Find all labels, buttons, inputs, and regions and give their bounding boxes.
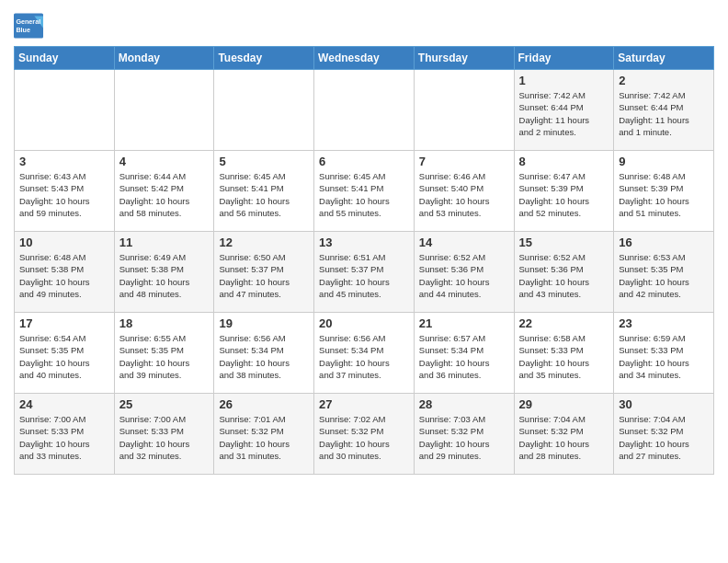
day-number: 28 — [419, 397, 509, 411]
day-number: 29 — [519, 397, 609, 411]
day-cell: 14Sunrise: 6:52 AM Sunset: 5:36 PM Dayli… — [414, 232, 514, 313]
day-number: 24 — [19, 397, 109, 411]
day-info: Sunrise: 6:49 AM Sunset: 5:38 PM Dayligh… — [119, 251, 210, 300]
day-number: 23 — [619, 316, 709, 330]
day-info: Sunrise: 6:58 AM Sunset: 5:33 PM Dayligh… — [519, 332, 609, 381]
header-row: SundayMondayTuesdayWednesdayThursdayFrid… — [15, 47, 714, 70]
day-number: 12 — [219, 236, 309, 249]
day-cell: 13Sunrise: 6:51 AM Sunset: 5:37 PM Dayli… — [314, 232, 415, 313]
day-cell: 7Sunrise: 6:46 AM Sunset: 5:40 PM Daylig… — [414, 151, 514, 232]
day-info: Sunrise: 7:42 AM Sunset: 6:44 PM Dayligh… — [619, 89, 709, 138]
day-cell: 6Sunrise: 6:45 AM Sunset: 5:41 PM Daylig… — [314, 151, 415, 232]
logo-icon: General Blue — [14, 13, 43, 39]
day-info: Sunrise: 6:56 AM Sunset: 5:34 PM Dayligh… — [319, 332, 409, 381]
day-number: 15 — [519, 236, 609, 249]
day-number: 25 — [119, 397, 210, 411]
svg-text:Blue: Blue — [16, 26, 30, 34]
day-cell: 20Sunrise: 6:56 AM Sunset: 5:34 PM Dayli… — [314, 313, 415, 394]
day-number: 9 — [619, 155, 709, 168]
day-number: 30 — [619, 397, 709, 411]
day-number: 26 — [219, 397, 309, 411]
header-cell-friday: Friday — [514, 47, 614, 70]
day-info: Sunrise: 6:50 AM Sunset: 5:37 PM Dayligh… — [219, 251, 309, 300]
day-cell: 1Sunrise: 7:42 AM Sunset: 6:44 PM Daylig… — [514, 70, 614, 151]
day-number: 14 — [419, 236, 509, 249]
header-cell-wednesday: Wednesday — [314, 47, 415, 70]
day-info: Sunrise: 6:45 AM Sunset: 5:41 PM Dayligh… — [219, 170, 309, 219]
day-number: 6 — [319, 155, 409, 168]
day-info: Sunrise: 6:48 AM Sunset: 5:39 PM Dayligh… — [619, 170, 709, 219]
header-cell-tuesday: Tuesday — [214, 47, 314, 70]
day-number: 16 — [619, 236, 709, 249]
day-cell: 2Sunrise: 7:42 AM Sunset: 6:44 PM Daylig… — [614, 70, 714, 151]
day-cell — [414, 70, 514, 151]
day-info: Sunrise: 6:47 AM Sunset: 5:39 PM Dayligh… — [519, 170, 609, 219]
page-header: General Blue — [14, 9, 714, 39]
logo: General Blue — [14, 13, 43, 39]
week-row-1: 1Sunrise: 7:42 AM Sunset: 6:44 PM Daylig… — [15, 70, 714, 151]
day-number: 3 — [19, 155, 109, 168]
day-info: Sunrise: 6:43 AM Sunset: 5:43 PM Dayligh… — [19, 170, 109, 219]
day-cell: 11Sunrise: 6:49 AM Sunset: 5:38 PM Dayli… — [114, 232, 214, 313]
day-number: 11 — [119, 236, 210, 249]
day-cell: 9Sunrise: 6:48 AM Sunset: 5:39 PM Daylig… — [614, 151, 714, 232]
day-cell: 5Sunrise: 6:45 AM Sunset: 5:41 PM Daylig… — [214, 151, 314, 232]
day-cell: 24Sunrise: 7:00 AM Sunset: 5:33 PM Dayli… — [15, 394, 115, 475]
day-number: 1 — [519, 74, 609, 87]
calendar-header: SundayMondayTuesdayWednesdayThursdayFrid… — [15, 47, 714, 70]
day-info: Sunrise: 7:01 AM Sunset: 5:32 PM Dayligh… — [219, 413, 309, 462]
day-cell: 18Sunrise: 6:55 AM Sunset: 5:35 PM Dayli… — [114, 313, 214, 394]
day-cell: 23Sunrise: 6:59 AM Sunset: 5:33 PM Dayli… — [614, 313, 714, 394]
day-number: 22 — [519, 316, 609, 330]
day-number: 8 — [519, 155, 609, 168]
day-cell: 16Sunrise: 6:53 AM Sunset: 5:35 PM Dayli… — [614, 232, 714, 313]
day-number: 13 — [319, 236, 409, 249]
day-info: Sunrise: 7:04 AM Sunset: 5:32 PM Dayligh… — [519, 413, 609, 462]
day-number: 19 — [219, 316, 309, 330]
day-info: Sunrise: 6:52 AM Sunset: 5:36 PM Dayligh… — [419, 251, 509, 300]
day-info: Sunrise: 6:54 AM Sunset: 5:35 PM Dayligh… — [19, 332, 109, 381]
day-info: Sunrise: 6:52 AM Sunset: 5:36 PM Dayligh… — [519, 251, 609, 300]
day-cell: 8Sunrise: 6:47 AM Sunset: 5:39 PM Daylig… — [514, 151, 614, 232]
header-cell-monday: Monday — [114, 47, 214, 70]
day-number: 10 — [19, 236, 109, 249]
week-row-2: 3Sunrise: 6:43 AM Sunset: 5:43 PM Daylig… — [15, 151, 714, 232]
day-info: Sunrise: 7:42 AM Sunset: 6:44 PM Dayligh… — [519, 89, 609, 138]
day-number: 20 — [319, 316, 409, 330]
day-cell: 30Sunrise: 7:04 AM Sunset: 5:32 PM Dayli… — [614, 394, 714, 475]
day-cell: 29Sunrise: 7:04 AM Sunset: 5:32 PM Dayli… — [514, 394, 614, 475]
day-cell: 17Sunrise: 6:54 AM Sunset: 5:35 PM Dayli… — [15, 313, 115, 394]
day-info: Sunrise: 6:53 AM Sunset: 5:35 PM Dayligh… — [619, 251, 709, 300]
day-cell: 27Sunrise: 7:02 AM Sunset: 5:32 PM Dayli… — [314, 394, 415, 475]
day-info: Sunrise: 7:02 AM Sunset: 5:32 PM Dayligh… — [319, 413, 409, 462]
day-info: Sunrise: 6:56 AM Sunset: 5:34 PM Dayligh… — [219, 332, 309, 381]
day-info: Sunrise: 7:00 AM Sunset: 5:33 PM Dayligh… — [119, 413, 210, 462]
day-number: 18 — [119, 316, 210, 330]
day-number: 17 — [19, 316, 109, 330]
week-row-5: 24Sunrise: 7:00 AM Sunset: 5:33 PM Dayli… — [15, 394, 714, 475]
day-cell: 22Sunrise: 6:58 AM Sunset: 5:33 PM Dayli… — [514, 313, 614, 394]
calendar-table: SundayMondayTuesdayWednesdayThursdayFrid… — [14, 46, 714, 475]
day-info: Sunrise: 6:45 AM Sunset: 5:41 PM Dayligh… — [319, 170, 409, 219]
day-info: Sunrise: 6:44 AM Sunset: 5:42 PM Dayligh… — [119, 170, 210, 219]
day-cell: 15Sunrise: 6:52 AM Sunset: 5:36 PM Dayli… — [514, 232, 614, 313]
day-cell — [15, 70, 115, 151]
day-info: Sunrise: 7:04 AM Sunset: 5:32 PM Dayligh… — [619, 413, 709, 462]
day-cell — [114, 70, 214, 151]
day-number: 21 — [419, 316, 509, 330]
day-cell: 26Sunrise: 7:01 AM Sunset: 5:32 PM Dayli… — [214, 394, 314, 475]
day-cell — [314, 70, 415, 151]
day-number: 2 — [619, 74, 709, 87]
header-cell-sunday: Sunday — [15, 47, 115, 70]
svg-text:General: General — [16, 17, 40, 26]
day-info: Sunrise: 6:46 AM Sunset: 5:40 PM Dayligh… — [419, 170, 509, 219]
day-info: Sunrise: 6:55 AM Sunset: 5:35 PM Dayligh… — [119, 332, 210, 381]
day-cell: 21Sunrise: 6:57 AM Sunset: 5:34 PM Dayli… — [414, 313, 514, 394]
week-row-3: 10Sunrise: 6:48 AM Sunset: 5:38 PM Dayli… — [15, 232, 714, 313]
day-cell: 19Sunrise: 6:56 AM Sunset: 5:34 PM Dayli… — [214, 313, 314, 394]
day-number: 5 — [219, 155, 309, 168]
day-info: Sunrise: 6:51 AM Sunset: 5:37 PM Dayligh… — [319, 251, 409, 300]
day-cell: 12Sunrise: 6:50 AM Sunset: 5:37 PM Dayli… — [214, 232, 314, 313]
day-info: Sunrise: 7:03 AM Sunset: 5:32 PM Dayligh… — [419, 413, 509, 462]
calendar-body: 1Sunrise: 7:42 AM Sunset: 6:44 PM Daylig… — [15, 70, 714, 475]
